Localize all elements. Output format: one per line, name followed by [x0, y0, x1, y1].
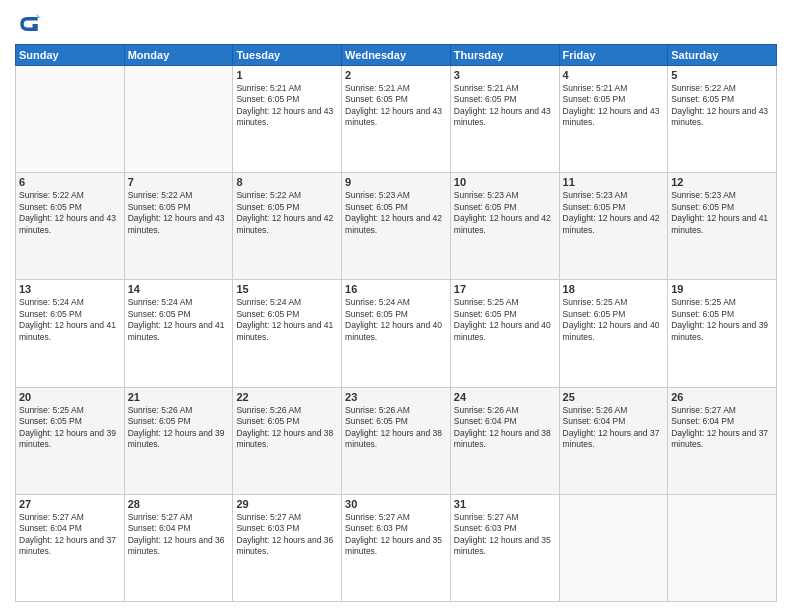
day-info: Sunrise: 5:25 AM Sunset: 6:05 PM Dayligh… — [563, 297, 665, 343]
day-info: Sunrise: 5:26 AM Sunset: 6:04 PM Dayligh… — [563, 405, 665, 451]
day-number: 17 — [454, 283, 556, 295]
day-number: 31 — [454, 498, 556, 510]
calendar-day-cell: 30Sunrise: 5:27 AM Sunset: 6:03 PM Dayli… — [342, 494, 451, 601]
logo-icon — [15, 10, 43, 38]
calendar-day-cell: 5Sunrise: 5:22 AM Sunset: 6:05 PM Daylig… — [668, 66, 777, 173]
day-info: Sunrise: 5:26 AM Sunset: 6:04 PM Dayligh… — [454, 405, 556, 451]
day-info: Sunrise: 5:26 AM Sunset: 6:05 PM Dayligh… — [345, 405, 447, 451]
calendar-day-cell: 4Sunrise: 5:21 AM Sunset: 6:05 PM Daylig… — [559, 66, 668, 173]
calendar-day-cell: 3Sunrise: 5:21 AM Sunset: 6:05 PM Daylig… — [450, 66, 559, 173]
day-info: Sunrise: 5:27 AM Sunset: 6:04 PM Dayligh… — [671, 405, 773, 451]
calendar-day-cell: 1Sunrise: 5:21 AM Sunset: 6:05 PM Daylig… — [233, 66, 342, 173]
calendar-day-cell: 22Sunrise: 5:26 AM Sunset: 6:05 PM Dayli… — [233, 387, 342, 494]
day-info: Sunrise: 5:23 AM Sunset: 6:05 PM Dayligh… — [454, 190, 556, 236]
day-info: Sunrise: 5:25 AM Sunset: 6:05 PM Dayligh… — [19, 405, 121, 451]
day-number: 24 — [454, 391, 556, 403]
calendar-day-cell: 26Sunrise: 5:27 AM Sunset: 6:04 PM Dayli… — [668, 387, 777, 494]
day-number: 3 — [454, 69, 556, 81]
calendar-day-cell: 16Sunrise: 5:24 AM Sunset: 6:05 PM Dayli… — [342, 280, 451, 387]
day-number: 1 — [236, 69, 338, 81]
calendar-day-cell: 11Sunrise: 5:23 AM Sunset: 6:05 PM Dayli… — [559, 173, 668, 280]
day-info: Sunrise: 5:22 AM Sunset: 6:05 PM Dayligh… — [236, 190, 338, 236]
calendar-day-cell: 31Sunrise: 5:27 AM Sunset: 6:03 PM Dayli… — [450, 494, 559, 601]
day-number: 28 — [128, 498, 230, 510]
day-number: 8 — [236, 176, 338, 188]
calendar-week-row: 6Sunrise: 5:22 AM Sunset: 6:05 PM Daylig… — [16, 173, 777, 280]
day-number: 18 — [563, 283, 665, 295]
calendar-day-cell: 14Sunrise: 5:24 AM Sunset: 6:05 PM Dayli… — [124, 280, 233, 387]
day-of-week-header: Sunday — [16, 45, 125, 66]
day-number: 6 — [19, 176, 121, 188]
day-info: Sunrise: 5:26 AM Sunset: 6:05 PM Dayligh… — [236, 405, 338, 451]
day-number: 9 — [345, 176, 447, 188]
day-info: Sunrise: 5:27 AM Sunset: 6:03 PM Dayligh… — [454, 512, 556, 558]
day-of-week-header: Tuesday — [233, 45, 342, 66]
calendar-day-cell: 2Sunrise: 5:21 AM Sunset: 6:05 PM Daylig… — [342, 66, 451, 173]
day-info: Sunrise: 5:24 AM Sunset: 6:05 PM Dayligh… — [19, 297, 121, 343]
calendar-day-cell: 6Sunrise: 5:22 AM Sunset: 6:05 PM Daylig… — [16, 173, 125, 280]
day-of-week-header: Wednesday — [342, 45, 451, 66]
day-info: Sunrise: 5:27 AM Sunset: 6:03 PM Dayligh… — [345, 512, 447, 558]
day-info: Sunrise: 5:22 AM Sunset: 6:05 PM Dayligh… — [19, 190, 121, 236]
day-number: 11 — [563, 176, 665, 188]
calendar-day-cell: 19Sunrise: 5:25 AM Sunset: 6:05 PM Dayli… — [668, 280, 777, 387]
calendar-day-cell: 24Sunrise: 5:26 AM Sunset: 6:04 PM Dayli… — [450, 387, 559, 494]
day-number: 12 — [671, 176, 773, 188]
calendar-day-cell: 10Sunrise: 5:23 AM Sunset: 6:05 PM Dayli… — [450, 173, 559, 280]
day-number: 30 — [345, 498, 447, 510]
day-info: Sunrise: 5:24 AM Sunset: 6:05 PM Dayligh… — [236, 297, 338, 343]
day-info: Sunrise: 5:25 AM Sunset: 6:05 PM Dayligh… — [671, 297, 773, 343]
day-number: 10 — [454, 176, 556, 188]
day-info: Sunrise: 5:27 AM Sunset: 6:03 PM Dayligh… — [236, 512, 338, 558]
calendar-week-row: 20Sunrise: 5:25 AM Sunset: 6:05 PM Dayli… — [16, 387, 777, 494]
calendar-day-cell: 18Sunrise: 5:25 AM Sunset: 6:05 PM Dayli… — [559, 280, 668, 387]
day-of-week-header: Saturday — [668, 45, 777, 66]
day-number: 4 — [563, 69, 665, 81]
day-number: 19 — [671, 283, 773, 295]
day-of-week-header: Monday — [124, 45, 233, 66]
calendar-header-row: SundayMondayTuesdayWednesdayThursdayFrid… — [16, 45, 777, 66]
day-number: 2 — [345, 69, 447, 81]
calendar-day-cell: 27Sunrise: 5:27 AM Sunset: 6:04 PM Dayli… — [16, 494, 125, 601]
logo — [15, 10, 47, 38]
day-number: 25 — [563, 391, 665, 403]
calendar-day-cell: 23Sunrise: 5:26 AM Sunset: 6:05 PM Dayli… — [342, 387, 451, 494]
calendar-day-cell: 12Sunrise: 5:23 AM Sunset: 6:05 PM Dayli… — [668, 173, 777, 280]
day-info: Sunrise: 5:26 AM Sunset: 6:05 PM Dayligh… — [128, 405, 230, 451]
calendar-day-cell — [668, 494, 777, 601]
calendar-day-cell — [124, 66, 233, 173]
day-number: 27 — [19, 498, 121, 510]
day-info: Sunrise: 5:22 AM Sunset: 6:05 PM Dayligh… — [128, 190, 230, 236]
calendar-day-cell: 20Sunrise: 5:25 AM Sunset: 6:05 PM Dayli… — [16, 387, 125, 494]
day-number: 26 — [671, 391, 773, 403]
calendar-day-cell: 25Sunrise: 5:26 AM Sunset: 6:04 PM Dayli… — [559, 387, 668, 494]
day-info: Sunrise: 5:21 AM Sunset: 6:05 PM Dayligh… — [563, 83, 665, 129]
calendar-week-row: 27Sunrise: 5:27 AM Sunset: 6:04 PM Dayli… — [16, 494, 777, 601]
day-number: 13 — [19, 283, 121, 295]
day-info: Sunrise: 5:27 AM Sunset: 6:04 PM Dayligh… — [19, 512, 121, 558]
day-number: 5 — [671, 69, 773, 81]
calendar-day-cell: 15Sunrise: 5:24 AM Sunset: 6:05 PM Dayli… — [233, 280, 342, 387]
calendar-day-cell: 17Sunrise: 5:25 AM Sunset: 6:05 PM Dayli… — [450, 280, 559, 387]
day-info: Sunrise: 5:27 AM Sunset: 6:04 PM Dayligh… — [128, 512, 230, 558]
day-of-week-header: Thursday — [450, 45, 559, 66]
day-info: Sunrise: 5:23 AM Sunset: 6:05 PM Dayligh… — [671, 190, 773, 236]
day-info: Sunrise: 5:23 AM Sunset: 6:05 PM Dayligh… — [563, 190, 665, 236]
day-info: Sunrise: 5:23 AM Sunset: 6:05 PM Dayligh… — [345, 190, 447, 236]
day-number: 15 — [236, 283, 338, 295]
day-info: Sunrise: 5:22 AM Sunset: 6:05 PM Dayligh… — [671, 83, 773, 129]
calendar-day-cell: 9Sunrise: 5:23 AM Sunset: 6:05 PM Daylig… — [342, 173, 451, 280]
calendar-day-cell — [559, 494, 668, 601]
day-info: Sunrise: 5:21 AM Sunset: 6:05 PM Dayligh… — [345, 83, 447, 129]
day-number: 21 — [128, 391, 230, 403]
day-number: 23 — [345, 391, 447, 403]
day-info: Sunrise: 5:25 AM Sunset: 6:05 PM Dayligh… — [454, 297, 556, 343]
calendar-week-row: 13Sunrise: 5:24 AM Sunset: 6:05 PM Dayli… — [16, 280, 777, 387]
calendar-day-cell: 13Sunrise: 5:24 AM Sunset: 6:05 PM Dayli… — [16, 280, 125, 387]
day-number: 29 — [236, 498, 338, 510]
calendar-day-cell: 7Sunrise: 5:22 AM Sunset: 6:05 PM Daylig… — [124, 173, 233, 280]
day-of-week-header: Friday — [559, 45, 668, 66]
calendar-day-cell: 28Sunrise: 5:27 AM Sunset: 6:04 PM Dayli… — [124, 494, 233, 601]
day-info: Sunrise: 5:21 AM Sunset: 6:05 PM Dayligh… — [236, 83, 338, 129]
page-header — [15, 10, 777, 38]
